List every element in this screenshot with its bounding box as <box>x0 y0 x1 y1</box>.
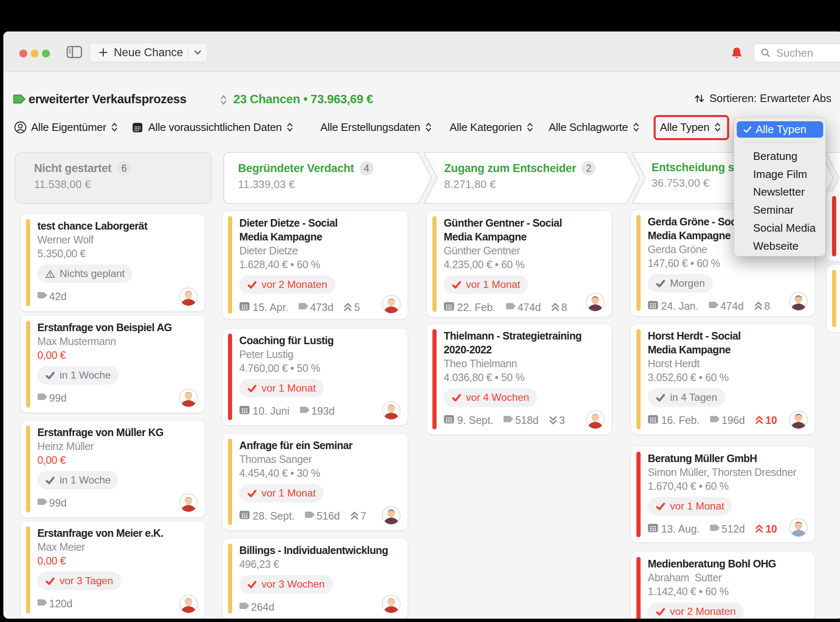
due-date: 10. Juni <box>239 405 290 417</box>
age-days: 120d <box>37 598 73 610</box>
stage-title: Begründeter Verdacht <box>238 162 354 175</box>
sidebar-toggle-icon[interactable] <box>66 46 82 58</box>
calendar-icon <box>239 301 250 314</box>
avatar[interactable] <box>586 410 605 429</box>
rank-change: 8 <box>754 300 770 312</box>
check-icon <box>247 580 257 589</box>
opportunity-card[interactable]: Günther Gentner - SocialMedia KampagneGü… <box>427 211 612 317</box>
calendar-icon <box>648 523 658 535</box>
filter-label: Alle Eigentümer <box>31 121 106 134</box>
opportunity-card[interactable]: Dieter Dietze - SocialMedia KampagneDiet… <box>222 211 408 319</box>
opportunity-card[interactable]: Horst Herdt - SocialMedia KampagneHorst … <box>631 324 815 434</box>
age-days: 474d <box>506 301 541 314</box>
card-status-bar <box>228 544 232 614</box>
filter-label: Alle Kategorien <box>450 121 522 134</box>
avatar[interactable] <box>179 287 198 306</box>
avatar[interactable] <box>179 594 198 614</box>
stage-header-text[interactable]: Entscheidung st 36.753,00 € <box>652 161 738 190</box>
tag-icon <box>506 301 516 314</box>
zoom-window-button[interactable] <box>42 50 50 57</box>
minimize-window-button[interactable] <box>31 50 39 57</box>
tag-icon <box>710 414 720 426</box>
stage-header-text[interactable]: Zugang zum Entscheider 2 8.271,80 € <box>444 161 596 191</box>
activity-label: vor 2 Monaten <box>262 279 327 290</box>
filter-created-date[interactable]: Alle Erstellungsdaten <box>320 120 432 135</box>
tag-icon <box>300 405 310 417</box>
card-amount: 4.036,80 € • 50 % <box>444 371 606 384</box>
avatar[interactable] <box>382 401 401 420</box>
activity-label: vor 4 Wochen <box>466 392 529 403</box>
activity-pill: Nichts geplant <box>37 264 133 283</box>
plus-icon <box>98 47 108 57</box>
card-contact: Simon Müller, Thorsten Dresdner <box>648 465 809 479</box>
avatar[interactable] <box>179 388 198 408</box>
process-title[interactable]: erweiterter Verkaufsprozess <box>29 92 186 106</box>
opportunity-card[interactable]: test chance LaborgerätWerner Wolf5.350,0… <box>21 214 205 311</box>
avatar[interactable] <box>789 518 808 537</box>
due-date: 28. Sept. <box>239 510 295 522</box>
activity-pill: vor 3 Wochen <box>239 575 333 593</box>
check-icon <box>656 607 665 617</box>
close-window-button[interactable] <box>19 50 27 57</box>
avatar[interactable] <box>382 594 401 614</box>
double-chevron-up-icon <box>343 302 352 312</box>
filter-owner[interactable]: Alle Eigentümer <box>14 120 118 135</box>
bell-icon[interactable] <box>730 47 743 60</box>
opportunity-card[interactable] <box>827 191 840 261</box>
card-status-bar <box>832 196 836 256</box>
double-chevron-up-icon <box>755 524 764 534</box>
opportunity-card[interactable]: Beratung Müller GmbHSimon Müller, Thorst… <box>631 447 815 542</box>
card-amount: 0,00 € <box>37 554 199 568</box>
card-status-bar <box>636 557 641 619</box>
card-amount: 1.628,40 € • 60 % <box>239 258 402 272</box>
sort-control[interactable]: Sortieren: Erwarteter Abs <box>693 92 831 105</box>
due-date: 16. Feb. <box>648 414 700 426</box>
avatar[interactable] <box>789 292 808 311</box>
card-contact: Heinz Müller <box>37 439 199 453</box>
dropdown-option[interactable]: Seminar <box>753 203 822 217</box>
card-contact: Werner Wolf <box>37 233 199 247</box>
calendar-icon <box>648 300 658 312</box>
age-days: 264d <box>239 601 275 613</box>
avatar[interactable] <box>789 410 808 429</box>
check-icon <box>45 476 55 485</box>
card-status-bar <box>432 329 437 429</box>
opportunity-card[interactable]: Medienberatung Bohl OHGAbraham Sutter1.1… <box>631 552 815 619</box>
avatar[interactable] <box>382 506 401 525</box>
avatar[interactable] <box>586 293 605 312</box>
opportunity-card[interactable]: Billings - Individualentwicklung496,23 €… <box>222 538 408 619</box>
opportunity-card[interactable]: Thielmann - Strategietraining2020-2022Th… <box>427 324 612 434</box>
dropdown-option[interactable]: Beratung <box>753 149 822 163</box>
person-circle-icon <box>14 121 27 134</box>
tag-icon <box>37 392 48 404</box>
process-select-icon[interactable] <box>220 94 227 105</box>
filter-expected-date[interactable]: Alle voraussichtlichen Daten <box>131 120 293 135</box>
opportunity-card[interactable]: Anfrage für ein SeminarThomas Sanger4.45… <box>222 434 408 530</box>
dropdown-selected-item[interactable]: Alle Typen <box>737 121 823 138</box>
opportunity-card[interactable] <box>827 265 840 332</box>
dropdown-option[interactable]: Webseite <box>753 239 822 253</box>
stage-header-text[interactable]: Begründeter Verdacht 4 11.339,03 € <box>238 161 374 191</box>
dropdown-option[interactable]: Image Film <box>753 167 822 181</box>
rank-change: 5 <box>343 301 360 314</box>
avatar[interactable] <box>382 295 401 314</box>
calendar-icon <box>444 414 454 426</box>
opportunity-card[interactable]: Erstanfrage von Meier e.K.Max Meier0,00 … <box>21 521 205 619</box>
dropdown-option[interactable]: Social Media <box>753 221 822 235</box>
opportunity-card[interactable]: Erstanfrage von Müller KGHeinz Müller0,0… <box>21 421 205 517</box>
opportunity-card[interactable]: Coaching für LustigPeter Lustig4.760,00 … <box>222 329 408 425</box>
opportunity-card[interactable]: Erstanfrage von Beispiel AGMax Musterman… <box>21 316 205 413</box>
filter-label: Alle voraussichtlichen Daten <box>148 121 282 134</box>
avatar[interactable] <box>179 493 198 512</box>
filter-category[interactable]: Alle Kategorien <box>450 120 533 135</box>
new-chance-menu-button[interactable] <box>188 50 207 55</box>
calendar-icon <box>239 510 250 522</box>
new-chance-button[interactable]: Neue Chance <box>89 43 208 62</box>
dropdown-option[interactable]: Newsletter <box>753 185 822 199</box>
stage-header-text: Nicht gestartet 6 11.538,00 € <box>34 161 131 191</box>
search-input[interactable] <box>775 46 840 60</box>
search-field[interactable] <box>754 44 840 62</box>
card-footer: 42d <box>37 288 199 305</box>
filter-tags[interactable]: Alle Schlagworte <box>549 120 639 135</box>
card-footer: 264d <box>239 598 402 615</box>
